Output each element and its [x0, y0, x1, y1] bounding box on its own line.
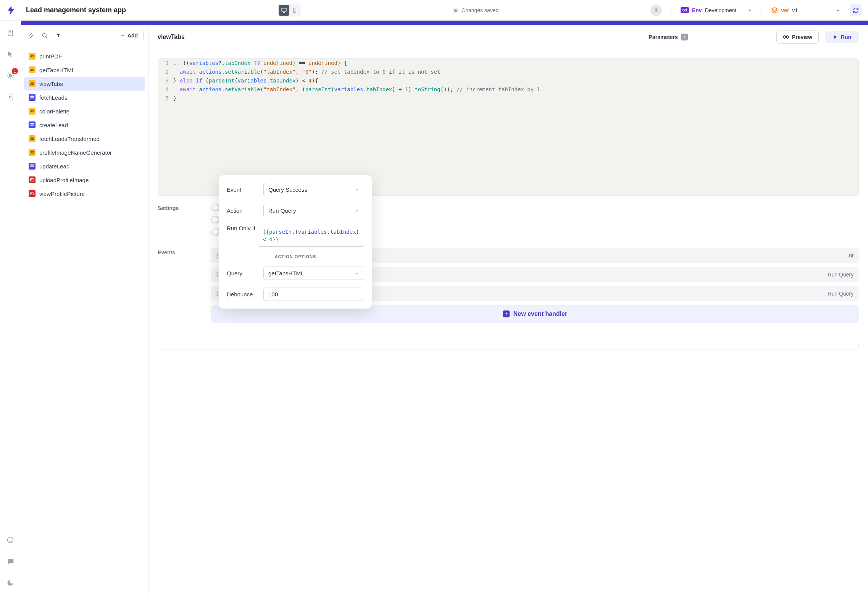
search-icon[interactable]	[39, 30, 50, 41]
chevron-down-icon	[355, 271, 359, 276]
sidebar-item-label: getTabsHTML	[39, 67, 75, 73]
svg-point-19	[217, 253, 218, 254]
img-icon	[29, 176, 35, 183]
action-options-heading: ACTION OPTIONS	[275, 254, 316, 259]
svg-point-7	[43, 34, 46, 37]
svg-point-5	[10, 96, 11, 98]
db-icon	[29, 163, 35, 170]
chevron-down-icon	[747, 8, 752, 13]
left-rail: 1	[0, 21, 21, 595]
chevron-down-icon	[355, 209, 359, 213]
sidebar-item-viewProfilePicture[interactable]: viewProfilePicture	[24, 187, 145, 200]
filter-icon[interactable]	[53, 30, 64, 41]
rail-chat-icon[interactable]	[4, 555, 16, 568]
version-selector[interactable]: ver v1	[771, 7, 841, 14]
debounce-label: Debounce	[227, 291, 263, 298]
event-label: Event	[227, 186, 263, 193]
action-select[interactable]: Run Query	[263, 204, 364, 217]
user-avatar[interactable]: I	[650, 5, 662, 16]
collapse-icon[interactable]	[26, 30, 36, 41]
svg-rect-10	[31, 123, 34, 124]
js-icon: JS	[29, 135, 35, 142]
parameters-section: Parameters +	[649, 34, 688, 40]
sidebar-item-getTabsHTML[interactable]: JSgetTabsHTML	[24, 63, 145, 77]
svg-rect-11	[31, 125, 34, 126]
canvas-strip	[21, 21, 868, 25]
js-icon: JS	[29, 149, 35, 156]
sidebar-item-label: printPDF	[39, 53, 62, 60]
action-label: Action	[227, 207, 263, 214]
debounce-input[interactable]	[263, 288, 364, 301]
queries-sidebar: Add JSprintPDFJSgetTabsHTMLJSviewTabsfet…	[21, 25, 148, 595]
rail-support-icon[interactable]	[4, 534, 16, 546]
svg-point-29	[217, 276, 218, 277]
img-icon	[29, 190, 35, 197]
plus-icon: +	[503, 310, 510, 317]
query-name: viewTabs	[158, 34, 185, 40]
sidebar-item-label: fetchLeads	[39, 94, 67, 101]
svg-rect-13	[31, 166, 34, 167]
run-button[interactable]: Run	[825, 31, 859, 43]
run-only-if-label: Run Only If	[227, 225, 258, 231]
device-toggle	[278, 4, 301, 16]
js-icon: JS	[29, 108, 35, 115]
svg-point-25	[217, 272, 218, 273]
svg-rect-9	[31, 97, 34, 99]
sidebar-item-label: uploadProfileImage	[39, 177, 89, 183]
js-icon: JS	[29, 53, 35, 60]
rail-cursor-icon[interactable]	[4, 48, 16, 60]
chevron-down-icon	[355, 188, 359, 192]
chevron-down-icon	[835, 8, 841, 13]
event-action: Run Query	[828, 291, 853, 297]
sidebar-item-label: colorPalette	[39, 108, 69, 115]
desktop-view-button[interactable]	[279, 5, 289, 16]
env-selector[interactable]: txt Env Development	[681, 7, 752, 13]
event-action: nt	[849, 252, 853, 259]
events-heading: Events	[158, 248, 200, 323]
mobile-view-button[interactable]	[289, 5, 300, 16]
debug-badge: 1	[12, 68, 18, 74]
sidebar-item-fetchLeadsTransformed[interactable]: JSfetchLeadsTransformed	[24, 132, 145, 146]
svg-point-35	[217, 295, 218, 296]
rail-debug-icon[interactable]: 1	[4, 70, 16, 82]
sidebar-item-printPDF[interactable]: JSprintPDF	[24, 49, 145, 63]
save-status: Changes saved	[452, 7, 499, 13]
run-only-if-input[interactable]: {{parseInt(variables.tabIndex) < 4}}	[258, 225, 364, 247]
js-icon: JS	[29, 66, 35, 73]
app-header: Lead management system app Changes saved…	[0, 0, 868, 21]
sidebar-item-label: viewTabs	[39, 81, 63, 87]
svg-point-31	[217, 291, 218, 293]
rail-settings-icon[interactable]	[4, 91, 16, 103]
sidebar-item-createLead[interactable]: createLead	[24, 118, 145, 132]
svg-point-23	[217, 257, 218, 258]
sidebar-item-label: profileImageNameGenerator	[39, 149, 112, 156]
svg-rect-12	[31, 165, 34, 166]
svg-point-2	[294, 11, 295, 12]
logo-icon[interactable]	[6, 5, 17, 16]
add-parameter-button[interactable]: +	[681, 34, 688, 40]
event-select[interactable]: Query Success	[263, 183, 364, 196]
sidebar-item-uploadProfileImage[interactable]: uploadProfileImage	[24, 173, 145, 187]
preview-button[interactable]: Preview	[776, 31, 819, 44]
refresh-button[interactable]	[850, 4, 862, 16]
event-handler-popover: Event Query Success Action	[219, 175, 372, 309]
sidebar-item-viewTabs[interactable]: JSviewTabs	[24, 77, 145, 91]
query-label: Query	[227, 270, 263, 276]
settings-heading: Settings	[158, 204, 200, 240]
js-icon: JS	[29, 80, 35, 87]
add-button[interactable]: Add	[115, 30, 144, 41]
sidebar-item-colorPalette[interactable]: JScolorPalette	[24, 104, 145, 118]
svg-rect-0	[282, 8, 286, 11]
query-select[interactable]: getTabsHTML	[263, 267, 364, 280]
rail-page-icon[interactable]	[4, 27, 16, 39]
sidebar-item-updateLead[interactable]: updateLead	[24, 159, 145, 173]
next-section-stub	[158, 342, 859, 349]
svg-point-21	[217, 255, 218, 256]
db-icon	[29, 94, 35, 101]
rail-theme-icon[interactable]	[4, 577, 16, 589]
sidebar-item-fetchLeads[interactable]: fetchLeads	[24, 91, 145, 104]
svg-rect-8	[31, 96, 34, 97]
sidebar-item-profileImageNameGenerator[interactable]: JSprofileImageNameGenerator	[24, 146, 145, 159]
svg-point-33	[217, 293, 218, 294]
svg-point-4	[9, 74, 12, 77]
